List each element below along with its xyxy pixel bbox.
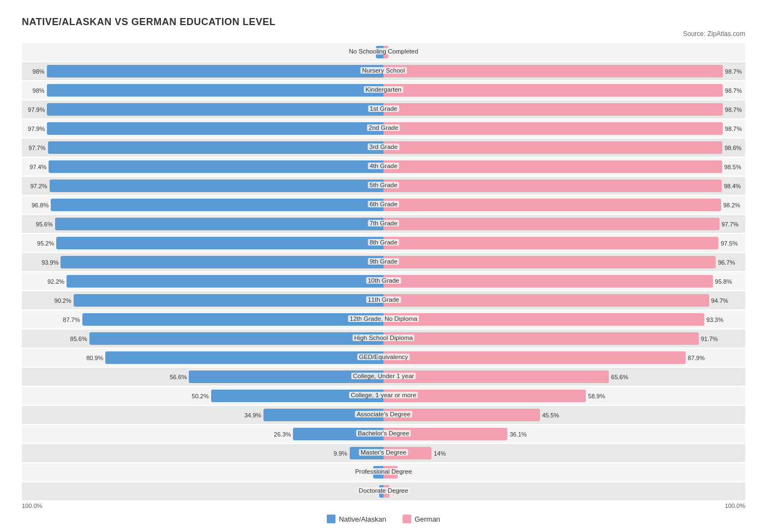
left-value: 93.9% xyxy=(41,259,58,266)
left-value: 97.2% xyxy=(30,183,47,189)
right-bar xyxy=(384,294,709,307)
right-bar xyxy=(384,180,722,192)
bar-label: No Schooling Completed xyxy=(347,48,420,55)
right-bar xyxy=(384,370,609,383)
right-value: 98.2% xyxy=(723,202,740,208)
bar-label: 11th Grade xyxy=(366,296,401,303)
left-bar xyxy=(56,237,384,249)
right-value: 98.7% xyxy=(725,68,742,75)
legend: Native/Alaskan German xyxy=(22,515,745,523)
bar-label: 2nd Grade xyxy=(367,124,400,131)
bar-label: 3rd Grade xyxy=(368,144,399,150)
bar-row: 98%98.7%Nursery School xyxy=(22,62,745,80)
right-value: 96.7% xyxy=(718,259,735,266)
bar-row: 80.9%87.9%GED/Equivalency xyxy=(22,349,745,367)
bar-label: 12th Grade, No Diploma xyxy=(348,315,419,322)
bar-label: College, 1 year or more xyxy=(349,392,418,398)
bar-label: High School Diploma xyxy=(352,334,414,341)
bar-label: Professional Degree xyxy=(353,468,414,475)
legend-native: Native/Alaskan xyxy=(327,515,386,523)
bar-label: 1st Grade xyxy=(368,105,399,112)
right-value: 58.9% xyxy=(588,393,605,399)
left-value: 90.2% xyxy=(55,297,71,304)
left-value: 98% xyxy=(33,87,45,94)
source-text: Source: ZipAtlas.com xyxy=(22,30,745,38)
bar-label: Master's Degree xyxy=(359,449,408,456)
axis-labels: 100.0% 100.0% xyxy=(22,503,745,509)
left-bar xyxy=(50,180,384,192)
left-bar xyxy=(51,199,384,211)
right-bar xyxy=(384,237,718,249)
bar-row: 93.9%96.7%9th Grade xyxy=(22,253,745,271)
left-bar xyxy=(49,160,384,173)
left-value: 97.9% xyxy=(28,125,45,132)
right-value: 98.5% xyxy=(724,164,741,170)
bar-row: 97.2%98.4%5th Grade xyxy=(22,177,745,195)
right-value: 14% xyxy=(434,450,446,457)
bar-row: 97.9%98.7%1st Grade xyxy=(22,100,745,118)
left-value: 97.7% xyxy=(28,145,45,151)
bar-label: 6th Grade xyxy=(368,201,399,207)
axis-right: 100.0% xyxy=(725,503,745,509)
bar-row: 2.2%1.4%No Schooling Completed xyxy=(22,43,745,61)
right-value: 91.7% xyxy=(701,336,718,342)
legend-pink-box xyxy=(403,515,411,523)
bar-label: 4th Grade xyxy=(368,163,399,169)
left-bar xyxy=(47,122,384,135)
bar-row: 90.2%94.7%11th Grade xyxy=(22,291,745,309)
right-bar xyxy=(384,160,722,173)
left-value: 95.6% xyxy=(36,221,53,228)
right-value: 45.5% xyxy=(542,412,559,419)
left-bar xyxy=(105,351,384,364)
left-value: 34.9% xyxy=(244,412,261,419)
right-value: 97.5% xyxy=(721,240,738,247)
right-value: 98.6% xyxy=(724,145,741,151)
bar-row: 85.6%91.7%High School Diploma xyxy=(22,330,745,348)
bar-row: 92.2%95.8%10th Grade xyxy=(22,272,745,290)
bar-row: 96.8%98.2%6th Grade xyxy=(22,196,745,214)
bar-row: 98%98.7%Kindergarten xyxy=(22,81,745,99)
legend-german-label: German xyxy=(415,515,440,523)
bar-label: College, Under 1 year xyxy=(351,373,416,379)
bar-row: 56.6%65.6%College, Under 1 year xyxy=(22,368,745,386)
legend-blue-box xyxy=(327,515,335,523)
left-value: 95.2% xyxy=(37,240,54,247)
bar-label: Kindergarten xyxy=(364,86,403,93)
left-value: 50.2% xyxy=(192,393,209,399)
right-value: 95.8% xyxy=(715,278,732,285)
left-value: 97.4% xyxy=(29,164,46,170)
right-value: 94.7% xyxy=(711,297,728,304)
bar-row: 87.7%93.3%12th Grade, No Diploma xyxy=(22,310,745,328)
right-bar xyxy=(384,351,686,364)
chart-container: NATIVE/ALASKAN VS GERMAN EDUCATION LEVEL… xyxy=(11,11,756,529)
bar-label: 7th Grade xyxy=(368,220,399,226)
legend-native-label: Native/Alaskan xyxy=(339,515,386,523)
bar-row: 95.2%97.5%8th Grade xyxy=(22,234,745,252)
legend-german: German xyxy=(403,515,440,523)
left-value: 92.2% xyxy=(47,278,64,285)
bar-label: 9th Grade xyxy=(368,258,399,265)
left-value: 97.9% xyxy=(28,106,45,113)
bar-row: 97.4%98.5%4th Grade xyxy=(22,158,745,176)
left-bar xyxy=(48,141,384,154)
bar-label: Doctorate Degree xyxy=(357,487,410,494)
left-value: 98% xyxy=(33,68,45,75)
bar-label: Associate's Degree xyxy=(355,411,412,417)
bar-row: 95.6%97.7%7th Grade xyxy=(22,215,745,233)
right-value: 98.7% xyxy=(725,87,742,94)
bar-row: 97.9%98.7%2nd Grade xyxy=(22,119,745,138)
right-value: 98.4% xyxy=(724,183,741,189)
left-bar xyxy=(74,294,384,307)
right-bar xyxy=(384,141,722,154)
right-bar xyxy=(384,313,704,326)
right-bar xyxy=(384,332,699,345)
right-bar xyxy=(384,218,720,230)
left-value: 80.9% xyxy=(86,355,103,361)
right-bar xyxy=(384,199,721,211)
right-value: 65.6% xyxy=(611,374,628,380)
left-value: 96.8% xyxy=(32,202,49,208)
bar-label: 8th Grade xyxy=(368,239,399,246)
right-bar xyxy=(384,256,716,268)
left-bar xyxy=(89,332,384,345)
left-value: 56.6% xyxy=(170,374,187,380)
